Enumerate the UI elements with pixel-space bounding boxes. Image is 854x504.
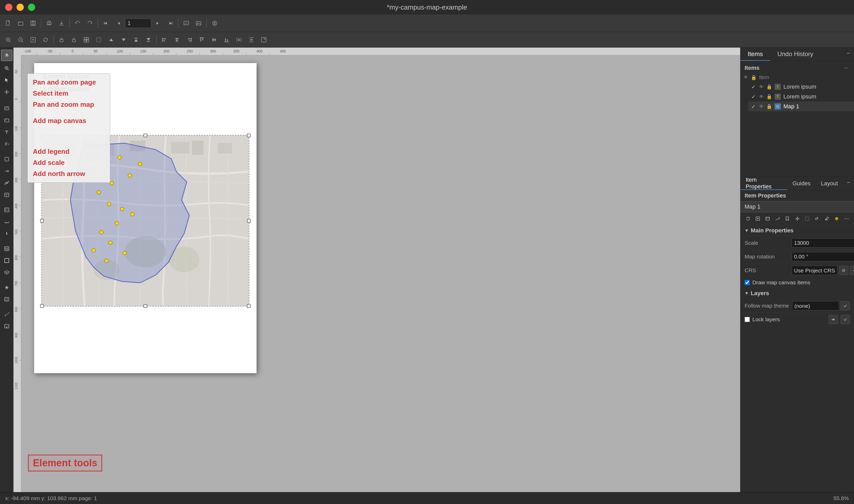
scale-input[interactable]: 13000	[792, 238, 854, 248]
lower-btn[interactable]	[118, 34, 129, 46]
lock-layers-eye-btn[interactable]	[829, 315, 838, 324]
raise-top-btn[interactable]	[130, 34, 142, 46]
export-layer-tool[interactable]	[1, 321, 13, 332]
pan-zoom-page-label[interactable]: Pan and zoom page	[33, 77, 105, 87]
add-dynamic-text-tool[interactable]	[1, 139, 13, 150]
maximize-button[interactable]	[28, 4, 35, 11]
layer-extents-btn[interactable]	[773, 214, 782, 223]
draw-canvas-checkbox[interactable]	[745, 280, 750, 285]
add-picture-tool[interactable]	[1, 115, 13, 126]
align-right-btn[interactable]	[184, 34, 195, 46]
item-row-3[interactable]: ✓ 👁 🔒 M Map 1	[748, 102, 854, 111]
properties-btn[interactable]	[793, 214, 802, 223]
add-northarrow-tool[interactable]	[1, 228, 13, 239]
atlas-prev[interactable]	[113, 18, 124, 29]
distrib-v-btn[interactable]	[246, 34, 257, 46]
add-node-tool[interactable]	[1, 177, 13, 189]
align-center-btn[interactable]	[171, 34, 182, 46]
items-more-options[interactable]	[842, 64, 850, 72]
layers-toggle[interactable]: ▼ Layers	[740, 288, 854, 299]
page-input[interactable]: 1	[125, 19, 151, 28]
zoom-tool[interactable]	[1, 62, 13, 74]
add-arrow-tool[interactable]	[1, 165, 13, 177]
open-button[interactable]	[15, 18, 27, 29]
align-top-btn[interactable]	[196, 34, 207, 46]
lock-layers-checkbox[interactable]	[745, 317, 750, 322]
pan-zoom-map-label[interactable]: Pan and zoom map	[33, 100, 105, 110]
add-map-canvas-tool[interactable]	[1, 103, 13, 114]
atlas-first[interactable]	[100, 18, 112, 29]
add-star-tool[interactable]	[1, 282, 13, 293]
refresh-map-btn[interactable]	[744, 214, 752, 223]
redo-button[interactable]	[84, 18, 96, 29]
zoom-out-btn[interactable]	[15, 34, 27, 46]
add-text-tool[interactable]	[1, 127, 13, 138]
edit-nodes-tool[interactable]	[1, 309, 13, 320]
close-button[interactable]	[5, 4, 13, 11]
refresh-btn[interactable]	[40, 34, 51, 46]
resize-btn[interactable]	[258, 34, 269, 46]
add-legend-label[interactable]: Add legend	[33, 147, 105, 157]
undo-button[interactable]	[72, 18, 83, 29]
tab-items[interactable]: Items	[740, 48, 770, 61]
export-button[interactable]	[56, 18, 67, 29]
align-bottom-btn[interactable]	[221, 34, 232, 46]
follow-map-theme-apply[interactable]	[840, 301, 850, 310]
tab-undo-history[interactable]: Undo History	[770, 48, 821, 61]
add-map-canvas-label[interactable]: Add map canvas	[33, 116, 105, 126]
lock-layers-apply-btn[interactable]	[840, 315, 850, 324]
add-table-tool[interactable]	[1, 189, 13, 201]
atlas-tool[interactable]	[1, 294, 13, 305]
props-panel-options[interactable]	[844, 178, 853, 187]
select-item-label[interactable]: Select item	[33, 88, 105, 98]
export-print-button[interactable]	[180, 18, 192, 29]
new-button[interactable]	[3, 18, 14, 29]
raise-btn[interactable]	[106, 34, 117, 46]
align-left-btn[interactable]	[159, 34, 170, 46]
distrib-h-btn[interactable]	[233, 34, 245, 46]
add-frame-tool[interactable]	[1, 255, 13, 266]
pan-zoom-page-tool[interactable]	[1, 50, 13, 61]
crs-select[interactable]: Use Project CRS	[792, 266, 837, 275]
items-panel-options[interactable]	[844, 49, 853, 58]
add-3dmap-tool[interactable]	[1, 267, 13, 278]
item-row-1[interactable]: ✓ 👁 🔒 T Lorem ipsum	[748, 82, 854, 92]
crs-select-btn[interactable]	[839, 266, 848, 275]
add-shape-tool[interactable]	[1, 154, 13, 165]
export-image-button[interactable]	[193, 18, 204, 29]
unlock-btn[interactable]	[68, 34, 80, 46]
add-north-arrow-label[interactable]: Add north arrow	[33, 169, 105, 179]
zoom-in-btn[interactable]	[3, 34, 14, 46]
atlas-next[interactable]	[152, 18, 163, 29]
crs-apply-btn[interactable]	[850, 266, 854, 275]
atlas-last[interactable]	[164, 18, 176, 29]
lock-btn[interactable]	[56, 34, 67, 46]
save-button[interactable]	[28, 18, 39, 29]
lower-bottom-btn[interactable]	[143, 34, 154, 46]
atlas-settings-button[interactable]	[209, 18, 220, 29]
tab-item-properties[interactable]: Item Properties	[740, 177, 787, 190]
follow-map-theme-select[interactable]: (none)	[792, 301, 839, 310]
pan-map-tool[interactable]	[1, 86, 13, 98]
atlas-feature-btn[interactable]	[763, 214, 772, 223]
select-tool[interactable]	[1, 74, 13, 86]
group-btn[interactable]	[81, 34, 92, 46]
more-btn[interactable]	[842, 214, 851, 223]
tab-layout[interactable]: Layout	[816, 177, 843, 190]
print-button[interactable]	[43, 18, 55, 29]
item-row-2[interactable]: ✓ 👁 🔒 T Lorem ipsum	[748, 92, 854, 102]
add-bookmark-btn[interactable]	[783, 214, 792, 223]
rotation-input[interactable]: 0.00 °	[792, 252, 854, 261]
add-scale-label[interactable]: Add scale	[33, 158, 105, 168]
preview-btn[interactable]	[753, 214, 762, 223]
add-legend-tool[interactable]	[1, 204, 13, 216]
minimize-button[interactable]	[17, 4, 24, 11]
color-btn[interactable]	[832, 214, 841, 223]
ungroup-btn[interactable]	[93, 34, 104, 46]
edit-btn[interactable]	[822, 214, 831, 223]
bookmark-extents-btn[interactable]	[803, 214, 812, 223]
main-properties-toggle[interactable]: ▼ Main Properties	[740, 225, 854, 236]
add-scalebar-tool[interactable]	[1, 216, 13, 228]
sync-btn[interactable]	[813, 214, 821, 223]
zoom-full-btn[interactable]	[28, 34, 39, 46]
